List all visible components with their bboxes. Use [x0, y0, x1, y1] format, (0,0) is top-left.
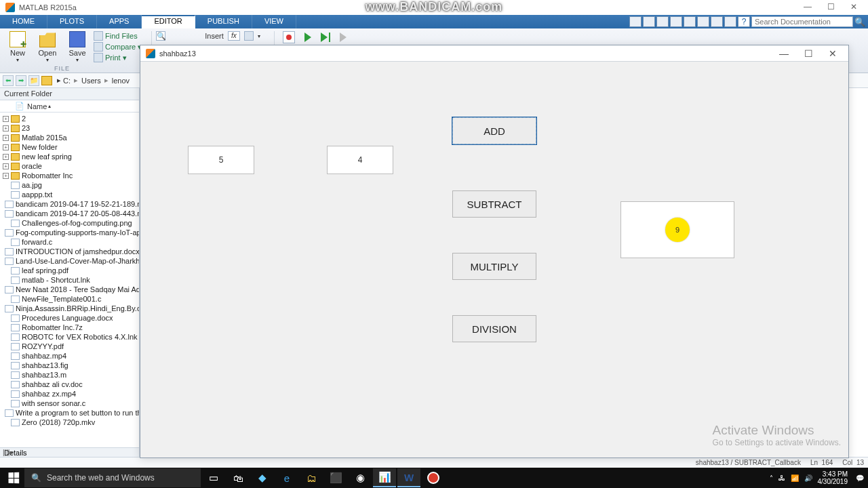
file-row[interactable]: matlab - Shortcut.lnk	[0, 275, 139, 285]
chrome-icon[interactable]: ◉	[349, 468, 372, 487]
tray-volume-icon[interactable]: 🔊	[804, 474, 812, 482]
crumb-users[interactable]: Users	[81, 77, 101, 85]
quick-tool-1[interactable]	[629, 16, 642, 27]
figure-minimize-button[interactable]: —	[774, 48, 794, 59]
file-row[interactable]: with sensor sonar.c	[0, 399, 139, 408]
quick-tool-5[interactable]	[684, 16, 696, 27]
taskbar-search[interactable]: 🔍 Search the web and Windows	[24, 468, 201, 487]
store-icon[interactable]: 🛍	[226, 468, 250, 487]
tab-home[interactable]: HOME	[0, 15, 47, 28]
tab-plots[interactable]: PLOTS	[47, 15, 97, 28]
folder-row[interactable]: +2	[0, 114, 139, 123]
folder-row[interactable]: +23	[0, 123, 139, 133]
file-row[interactable]: aappp.txt	[0, 190, 139, 199]
figure-close-button[interactable]: ✕	[823, 48, 843, 59]
crumb-lenov[interactable]: lenov	[112, 77, 130, 85]
file-row[interactable]: Land-Use-Land-Cover-Map-of-Jharkha	[0, 256, 139, 266]
start-button[interactable]	[4, 468, 23, 487]
folder-row[interactable]: +new leaf spring	[0, 152, 139, 161]
run-advance-button[interactable]	[321, 33, 330, 42]
file-row[interactable]: aa.jpg	[0, 180, 139, 190]
help-icon[interactable]: ?	[738, 16, 750, 27]
file-row[interactable]: Ninja.Assassin.BRRip.Hindi_Eng.By.dib4	[0, 304, 139, 313]
search-documentation-input[interactable]	[751, 16, 853, 27]
task-view-icon[interactable]: ▭	[202, 468, 225, 487]
tab-apps[interactable]: APPS	[97, 15, 142, 28]
matlab-taskbar-icon[interactable]: 📊	[373, 468, 396, 487]
file-row[interactable]: Challenges-of-fog-computing.png	[0, 218, 139, 228]
edge-icon[interactable]: e	[275, 468, 298, 487]
nav-forward-button[interactable]: ➡	[16, 75, 26, 86]
file-row[interactable]: ROZYYY.pdf	[0, 342, 139, 351]
tray-wifi-icon[interactable]: 📶	[791, 474, 799, 482]
nav-back-button[interactable]: ⬅	[3, 75, 14, 86]
subtract-button[interactable]: SUBTRACT	[452, 190, 536, 218]
command-window-prompt[interactable]: ||||▾	[0, 447, 140, 457]
add-button[interactable]: ADD	[452, 117, 536, 144]
quick-tool-2[interactable]	[643, 16, 655, 27]
file-row[interactable]: shahbaz ali cv.doc	[0, 380, 139, 389]
tab-publish[interactable]: PUBLISH	[195, 15, 252, 28]
insert-section-icon[interactable]	[244, 31, 254, 41]
folder-row[interactable]: +New folder	[0, 142, 139, 152]
run-button[interactable]	[304, 33, 311, 42]
app-icon-1[interactable]: ◆	[251, 468, 274, 487]
system-tray[interactable]: ˄ 🖧 📶 🔊 3:43 PM4/30/2019 💬	[770, 470, 865, 485]
tray-network-icon[interactable]: 🖧	[778, 474, 785, 482]
quick-tool-7[interactable]	[711, 16, 723, 27]
file-row[interactable]: bandicam 2019-04-17 20-05-08-443.mp	[0, 209, 139, 218]
quick-tool-6[interactable]	[697, 16, 709, 27]
maximize-button[interactable]: ☐	[819, 0, 842, 14]
file-row[interactable]: bandicam 2019-04-17 19-52-21-189.mp	[0, 199, 139, 209]
close-button[interactable]: ✕	[842, 0, 865, 14]
division-button[interactable]: DIVISION	[452, 315, 536, 342]
file-row[interactable]: Procedures Language.docx	[0, 313, 139, 323]
tray-chevron-icon[interactable]: ˄	[770, 474, 773, 482]
file-row[interactable]: shahbaz.mp4	[0, 351, 139, 361]
file-row[interactable]: shahbaz zx.mp4	[0, 389, 139, 399]
record-icon[interactable]	[422, 468, 445, 487]
new-button[interactable]: New▾	[4, 31, 31, 63]
folder-row[interactable]: +Robomatter Inc	[0, 171, 139, 180]
file-row[interactable]: shahbaz13.fig	[0, 361, 139, 370]
minimize-button[interactable]: —	[796, 0, 819, 14]
notifications-icon[interactable]: 💬	[856, 474, 864, 482]
file-row[interactable]: New Naat 2018 - Tere Sadqay Mai Aqa	[0, 285, 139, 294]
quick-tool-8[interactable]	[724, 16, 736, 27]
breakpoint-icon[interactable]	[283, 31, 295, 43]
save-button[interactable]: Save▾	[64, 31, 91, 63]
file-row[interactable]: NewFile_Template001.c	[0, 294, 139, 304]
tab-editor[interactable]: EDITOR	[142, 15, 195, 28]
compare-button[interactable]: Compare ▾	[94, 42, 142, 52]
print-button[interactable]: Print ▾	[94, 53, 142, 62]
quick-tool-4[interactable]	[670, 16, 682, 27]
name-column-header[interactable]: 📄Name ▴	[0, 100, 139, 113]
file-row[interactable]: leaf spring.pdf	[0, 266, 139, 275]
file-row[interactable]: shahbaz13.m	[0, 370, 139, 380]
folder-row[interactable]: +oracle	[0, 161, 139, 171]
input2-field[interactable]	[327, 146, 393, 174]
run-section-button[interactable]	[340, 33, 347, 42]
find-icon[interactable]: 🔍	[156, 31, 165, 41]
folder-row[interactable]: +Matlab 2015a	[0, 133, 139, 142]
open-button[interactable]: Open▾	[34, 31, 61, 63]
crumb-c[interactable]: C:	[63, 77, 71, 85]
app-icon-2[interactable]: ⬛	[324, 468, 347, 487]
file-row[interactable]: Zero (2018) 720p.mkv	[0, 418, 139, 427]
file-row[interactable]: INTRODUCTION of jamshedpur.docx	[0, 247, 139, 256]
file-row[interactable]: Write a program to set button to run th	[0, 408, 139, 418]
taskbar-clock[interactable]: 3:43 PM4/30/2019	[818, 470, 851, 485]
quick-tool-3[interactable]	[656, 16, 669, 27]
search-icon[interactable]: 🔍	[854, 16, 865, 27]
multiply-button[interactable]: MULTIPLY	[452, 253, 536, 280]
explorer-icon[interactable]: 🗂	[300, 468, 323, 487]
figure-maximize-button[interactable]: ☐	[798, 48, 818, 59]
find-files-button[interactable]: Find Files	[94, 31, 142, 41]
file-row[interactable]: forward.c	[0, 237, 139, 247]
word-icon[interactable]: W	[397, 468, 420, 487]
input1-field[interactable]	[188, 146, 254, 174]
insert-fx-icon[interactable]: fx	[228, 31, 240, 41]
nav-up-button[interactable]: 📁	[28, 75, 39, 86]
file-row[interactable]: Fog-computing-supports-many-IoT-ap	[0, 228, 139, 237]
file-row[interactable]: Robomatter Inc.7z	[0, 323, 139, 332]
